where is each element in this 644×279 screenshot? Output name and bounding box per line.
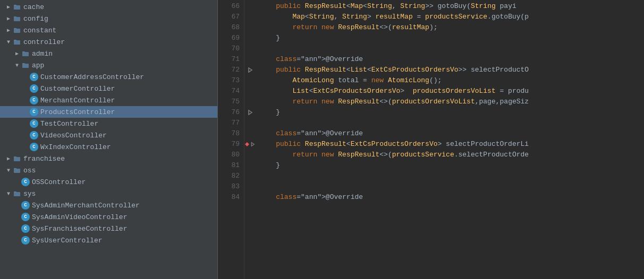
line-number: 74 — [218, 86, 240, 97]
folder-icon — [21, 49, 30, 58]
svg-rect-2 — [14, 17, 20, 21]
item-label: CustomerController — [40, 85, 115, 93]
folder-icon — [13, 166, 21, 175]
tree-item-SysUserController[interactable]: CSysUserController — [0, 234, 217, 246]
svg-rect-0 — [14, 5, 20, 10]
tree-item-ProductsController[interactable]: CProductsController — [0, 106, 217, 118]
code-line: } — [259, 33, 644, 43]
tree-item-SysAdminMerchantController[interactable]: CSysAdminMerchantController — [0, 199, 217, 211]
item-label: franchisee — [23, 155, 65, 163]
folder-icon — [21, 61, 30, 69]
class-icon: C — [21, 236, 30, 245]
arrow-icon — [4, 38, 13, 46]
svg-rect-17 — [14, 191, 16, 193]
code-line: class="ann">@Override — [259, 192, 644, 203]
gutter-marker — [244, 97, 255, 107]
tree-item-SysAdminVideoController[interactable]: CSysAdminVideoController — [0, 211, 217, 223]
tree-item-sys[interactable]: sys — [0, 188, 217, 199]
class-icon: C — [21, 213, 30, 221]
gutter-marker — [244, 139, 255, 150]
code-line: List<ExtCsProductsOrdersVo> productsOrde… — [259, 86, 644, 97]
svg-marker-18 — [249, 68, 252, 72]
class-icon: C — [30, 73, 38, 81]
class-icon: C — [30, 84, 38, 93]
tree-item-constant[interactable]: constant — [0, 24, 217, 36]
svg-rect-1 — [14, 5, 16, 6]
line-number: 72 — [218, 65, 240, 75]
gutter-marker — [244, 160, 255, 171]
gutter-marker — [244, 192, 255, 203]
item-label: app — [32, 62, 44, 69]
item-label: cache — [23, 3, 44, 11]
code-line: class="ann">@Override — [259, 128, 644, 139]
code-line — [259, 43, 644, 54]
svg-marker-21 — [251, 143, 254, 146]
tree-item-CustomerController[interactable]: CCustomerController — [0, 83, 217, 94]
tree-item-SysFranchiseeController[interactable]: CSysFranchiseeController — [0, 223, 217, 234]
tree-item-WxIndexController[interactable]: CWxIndexController — [0, 141, 217, 153]
line-number: 79 — [218, 139, 240, 150]
folder-icon — [13, 189, 21, 198]
line-number: 80 — [218, 150, 240, 160]
svg-rect-14 — [14, 169, 20, 173]
line-number: 69 — [218, 33, 240, 43]
svg-marker-20 — [245, 142, 249, 146]
line-number: 76 — [218, 107, 240, 118]
tree-item-OSSController[interactable]: COSSController — [0, 176, 217, 188]
class-icon: C — [30, 143, 38, 151]
line-number: 67 — [218, 12, 240, 22]
item-label: oss — [23, 167, 36, 175]
item-label: SysFranchiseeController — [32, 225, 127, 233]
tree-item-franchisee[interactable]: franchisee — [0, 153, 217, 164]
code-line: Map<String, String> resultMap = products… — [259, 12, 644, 22]
gutter-marker — [244, 150, 255, 160]
svg-rect-12 — [14, 157, 20, 161]
gutter-marker — [244, 1, 255, 12]
class-icon: C — [30, 96, 38, 104]
code-panel: 66676869707172737475767778798081828384 p… — [218, 0, 644, 279]
gutter-marker — [244, 54, 255, 65]
class-icon: C — [21, 178, 30, 186]
svg-rect-9 — [22, 51, 25, 53]
class-icon: C — [30, 108, 38, 116]
item-label: SysUserController — [32, 237, 103, 245]
arrow-icon — [4, 14, 13, 23]
class-icon: C — [21, 224, 30, 233]
tree-item-CustomerAddressController[interactable]: CCustomerAddressController — [0, 71, 217, 83]
svg-rect-13 — [14, 156, 16, 158]
gutter-marker — [244, 171, 255, 181]
code-line: class="ann">@Override — [259, 54, 644, 65]
tree-item-oss[interactable]: oss — [0, 164, 217, 176]
line-number: 66 — [218, 1, 240, 12]
tree-item-controller[interactable]: controller — [0, 36, 217, 48]
tree-item-app[interactable]: app — [0, 59, 217, 71]
gutter-marker — [244, 12, 255, 22]
tree-item-config[interactable]: config — [0, 13, 217, 24]
tree-item-cache[interactable]: cache — [0, 1, 217, 13]
tree-item-MerchantController[interactable]: CMerchantController — [0, 94, 217, 106]
tree-item-admin[interactable]: admin — [0, 48, 217, 59]
line-number: 83 — [218, 181, 240, 192]
line-number: 75 — [218, 97, 240, 107]
svg-rect-3 — [14, 16, 16, 18]
class-icon: C — [30, 131, 38, 140]
gutter-marker — [244, 181, 255, 192]
tree-item-VideosController[interactable]: CVideosController — [0, 129, 217, 141]
item-label: controller — [23, 38, 65, 46]
file-tree: cache config constant controller admin a… — [0, 0, 218, 279]
line-numbers: 66676869707172737475767778798081828384 — [218, 0, 244, 279]
line-number: 73 — [218, 75, 240, 86]
item-label: ProductsController — [40, 108, 115, 116]
code-line — [259, 118, 644, 128]
arrow-icon — [4, 3, 13, 11]
tree-item-TestController[interactable]: CTestController — [0, 118, 217, 129]
svg-rect-8 — [22, 52, 29, 56]
item-label: TestController — [40, 120, 98, 128]
line-number: 81 — [218, 160, 240, 171]
svg-marker-19 — [249, 110, 252, 115]
gutter-marker — [244, 75, 255, 86]
line-number: 68 — [218, 22, 240, 33]
folder-icon — [13, 14, 21, 23]
code-line: } — [259, 160, 644, 171]
item-label: config — [23, 15, 48, 23]
